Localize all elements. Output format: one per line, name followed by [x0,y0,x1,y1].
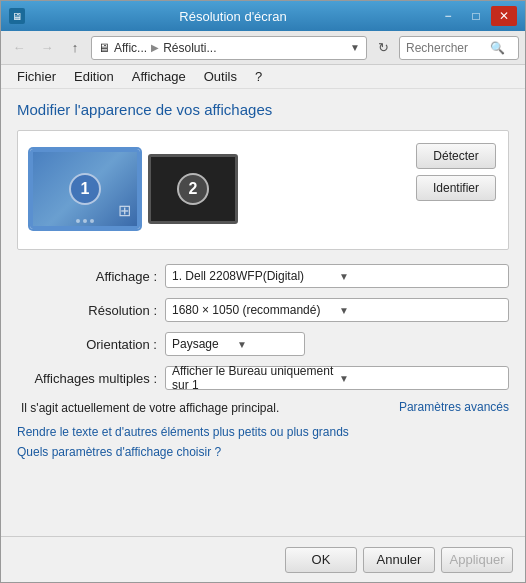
resolution-select[interactable]: 1680 × 1050 (recommandé) ▼ [165,298,509,322]
menu-edition[interactable]: Edition [66,67,122,86]
address-dropdown-arrow[interactable]: ▼ [350,42,360,53]
affichage-label: Affichage : [17,269,157,284]
preview-buttons: Détecter Identifier [416,143,496,201]
menu-outils[interactable]: Outils [196,67,245,86]
maximize-button[interactable]: □ [463,6,489,26]
orientation-row: Orientation : Paysage ▼ [17,332,509,356]
multiple-displays-label: Affichages multiples : [17,371,157,386]
menu-bar: Fichier Edition Affichage Outils ? [1,65,525,89]
dot1 [76,219,80,223]
main-content: Modifier l'apparence de vos affichages 1… [1,89,525,536]
orientation-dropdown-arrow: ▼ [237,339,298,350]
bottom-bar: OK Annuler Appliquer [1,536,525,582]
multiple-displays-value: Afficher le Bureau uniquement sur 1 [172,364,335,392]
ok-button[interactable]: OK [285,547,357,573]
back-button[interactable]: ← [7,36,31,60]
address-part2: Résoluti... [163,41,216,55]
menu-fichier[interactable]: Fichier [9,67,64,86]
orientation-select[interactable]: Paysage ▼ [165,332,305,356]
close-button[interactable]: ✕ [491,6,517,26]
up-button[interactable]: ↑ [63,36,87,60]
display-preview-area: 1 ⊞ 2 Détecter Identifier [17,130,509,250]
orientation-value: Paysage [172,337,233,351]
affichage-value: 1. Dell 2208WFP(Digital) [172,269,335,283]
advanced-link[interactable]: Paramètres avancés [399,400,509,414]
affichage-row: Affichage : 1. Dell 2208WFP(Digital) ▼ [17,264,509,288]
address-part1: Affic... [114,41,147,55]
detect-button[interactable]: Détecter [416,143,496,169]
link-text-size[interactable]: Rendre le texte et d'autres éléments plu… [17,425,509,439]
monitor-1-dots [76,219,94,223]
window: 🖥 Résolution d'écran − □ ✕ ← → ↑ 🖥 Affic… [0,0,526,583]
address-text: 🖥 Affic... ▶ Résoluti... [98,41,346,55]
dot3 [90,219,94,223]
dot2 [83,219,87,223]
multiple-displays-row: Affichages multiples : Afficher le Burea… [17,366,509,390]
address-chevron1: ▶ [151,42,159,53]
window-title: Résolution d'écran [31,9,435,24]
resolution-label: Résolution : [17,303,157,318]
link-settings[interactable]: Quels paramètres d'affichage choisir ? [17,445,509,459]
monitor-2-number: 2 [177,173,209,205]
orientation-label: Orientation : [17,337,157,352]
minimize-button[interactable]: − [435,6,461,26]
monitor-1[interactable]: 1 ⊞ [30,149,140,229]
monitors-container: 1 ⊞ 2 [30,143,408,235]
forward-button[interactable]: → [35,36,59,60]
cancel-button[interactable]: Annuler [363,547,435,573]
menu-affichage[interactable]: Affichage [124,67,194,86]
resolution-row: Résolution : 1680 × 1050 (recommandé) ▼ [17,298,509,322]
title-bar: 🖥 Résolution d'écran − □ ✕ [1,1,525,31]
search-icon: 🔍 [490,41,505,55]
search-input[interactable] [406,41,486,55]
address-bar: 🖥 Affic... ▶ Résoluti... ▼ [91,36,367,60]
monitor-1-number: 1 [69,173,101,205]
resolution-value: 1680 × 1050 (recommandé) [172,303,335,317]
affichage-dropdown-arrow: ▼ [339,271,502,282]
multiple-displays-dropdown-arrow: ▼ [339,373,502,384]
multiple-displays-select[interactable]: Afficher le Bureau uniquement sur 1 ▼ [165,366,509,390]
title-bar-buttons: − □ ✕ [435,6,517,26]
search-box: 🔍 [399,36,519,60]
affichage-select[interactable]: 1. Dell 2208WFP(Digital) ▼ [165,264,509,288]
info-text: Il s'agit actuellement de votre affichag… [17,401,279,415]
apply-button[interactable]: Appliquer [441,547,513,573]
monitor-2[interactable]: 2 [148,154,238,224]
page-title: Modifier l'apparence de vos affichages [17,101,509,118]
window-icon: 🖥 [9,8,25,24]
resolution-dropdown-arrow: ▼ [339,305,502,316]
nav-bar: ← → ↑ 🖥 Affic... ▶ Résoluti... ▼ ↻ 🔍 [1,31,525,65]
identify-button[interactable]: Identifier [416,175,496,201]
refresh-button[interactable]: ↻ [371,36,395,60]
monitor-1-grid-icon: ⊞ [118,201,131,220]
address-icon: 🖥 [98,41,110,55]
menu-help[interactable]: ? [247,67,270,86]
info-row: Il s'agit actuellement de votre affichag… [17,400,509,415]
